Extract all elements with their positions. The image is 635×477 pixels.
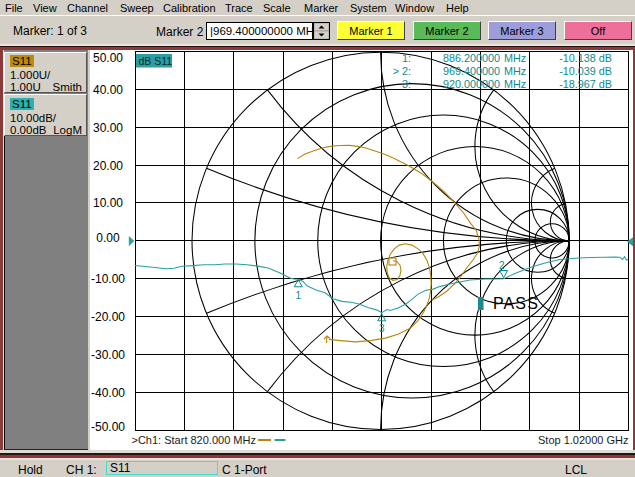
- svg-text:1: 1: [296, 290, 302, 301]
- svg-text:MHz: MHz: [504, 52, 526, 64]
- svg-text:3: 3: [379, 323, 385, 334]
- svg-text:>Ch1: Start 820.000 MHz: >Ch1: Start 820.000 MHz: [132, 434, 256, 446]
- svg-text:2: 2: [499, 260, 505, 271]
- svg-text:-30.00: -30.00: [91, 348, 125, 362]
- svg-text:PASS: PASS: [493, 295, 539, 312]
- svg-text:50.00: 50.00: [93, 51, 123, 65]
- svg-text:MHz: MHz: [504, 65, 526, 77]
- svg-text:-40.00: -40.00: [91, 386, 125, 400]
- svg-text:40.00: 40.00: [93, 83, 123, 97]
- svg-text:3:: 3:: [402, 78, 411, 90]
- svg-text:969.400000: 969.400000: [443, 65, 500, 77]
- svg-text:920.000000: 920.000000: [443, 78, 500, 90]
- svg-text:-18.967 dB: -18.967 dB: [559, 78, 612, 90]
- svg-text:1:: 1:: [402, 52, 411, 64]
- svg-text:-20.00: -20.00: [91, 310, 125, 324]
- svg-text:dB S11: dB S11: [139, 55, 173, 67]
- svg-text:-10.039 dB: -10.039 dB: [559, 65, 612, 77]
- svg-text:886.200000: 886.200000: [443, 52, 500, 64]
- svg-text:30.00: 30.00: [93, 121, 123, 135]
- svg-text:10.00: 10.00: [93, 196, 123, 210]
- svg-text:Stop 1.02000 GHz: Stop 1.02000 GHz: [538, 434, 629, 446]
- svg-text:-10.138 dB: -10.138 dB: [559, 52, 612, 64]
- svg-text:-10.00: -10.00: [91, 272, 125, 286]
- svg-text:-50.00: -50.00: [91, 420, 125, 434]
- svg-text:MHz: MHz: [504, 78, 526, 90]
- svg-text:20.00: 20.00: [93, 159, 123, 173]
- svg-text:> 2:: > 2:: [393, 65, 411, 77]
- svg-text:0.00: 0.00: [96, 231, 120, 245]
